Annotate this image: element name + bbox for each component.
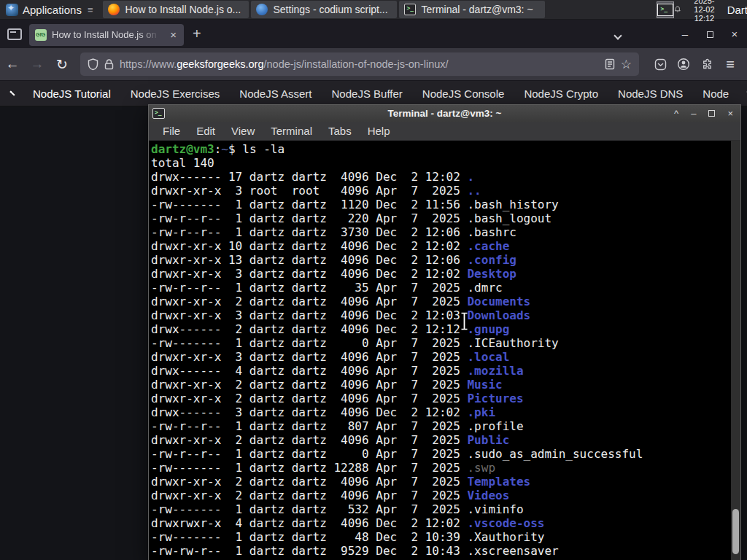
terminal-window-controls: ^ – × xyxy=(674,108,740,119)
line-filename: Pictures xyxy=(467,392,523,405)
gfg-navbar: NodeJS TutorialNodeJS ExercisesNodeJS As… xyxy=(0,81,747,106)
terminal-line: total 140 xyxy=(151,156,730,170)
terminal-scrollbar[interactable] xyxy=(731,141,740,560)
terminal-output: dartz@vm3:~$ ls -latotal 140drwx------ 1… xyxy=(149,141,740,558)
menu-item[interactable]: Help xyxy=(360,125,398,137)
terminal-shade-button[interactable]: ^ xyxy=(674,108,678,119)
line-permissions: -rw-r--r-- 1 dartz dartz 0 Apr 7 2025 xyxy=(151,447,467,461)
line-filename: .bash_history xyxy=(467,198,558,211)
terminal-line: -rw-rw-r-- 1 dartz dartz 9529 Dec 2 10:4… xyxy=(151,544,730,558)
codium-icon xyxy=(256,4,268,15)
lock-icon[interactable] xyxy=(104,58,114,70)
line-permissions: drwxr-xr-x 2 dartz dartz 4096 Apr 7 2025 xyxy=(151,295,467,308)
line-filename: .profile xyxy=(467,419,523,433)
nav-item[interactable]: NodeJS Console xyxy=(422,88,505,100)
terminal-body[interactable]: dartz@vm3:~$ ls -latotal 140drwx------ 1… xyxy=(149,141,740,560)
distro-logo-icon xyxy=(6,4,18,16)
tracking-shield-icon[interactable] xyxy=(88,58,98,71)
line-permissions: drwx------ 2 dartz dartz 4096 Dec 2 12:1… xyxy=(151,322,467,336)
nav-item[interactable]: NodeJS Assert xyxy=(239,88,311,100)
tabbar-right-controls: – × xyxy=(605,27,747,41)
account-icon[interactable] xyxy=(673,58,694,71)
nav-item[interactable]: NodeJS Crypto xyxy=(524,88,598,100)
firefox-view-icon[interactable] xyxy=(7,28,22,40)
line-filename: .viminfo xyxy=(467,502,523,516)
browser-toolbar: ← → ↻ https://www.geeksforgeeks.org/node… xyxy=(0,48,747,81)
line-permissions: -rw------- 1 dartz dartz 532 Apr 7 2025 xyxy=(151,502,467,516)
nav-item[interactable]: NodeJS Exercises xyxy=(131,88,220,100)
line-filename: .pki xyxy=(467,405,495,419)
notification-bell-icon[interactable] xyxy=(674,4,681,15)
user-menu[interactable]: Dartz xyxy=(727,4,747,16)
bookmark-star-icon[interactable]: ☆ xyxy=(621,57,632,72)
terminal-close-button[interactable]: × xyxy=(727,108,733,119)
firefox-icon xyxy=(108,4,120,15)
workspace-terminal-icon xyxy=(657,4,673,16)
line-filename: .config xyxy=(467,253,516,267)
terminal-titlebar[interactable]: Terminal - dartz@vm3: ~ ^ – × xyxy=(149,105,740,122)
nav-item[interactable]: NodeJS Tutorial xyxy=(33,88,111,100)
terminal-line: -rw-r--r-- 1 dartz dartz 220 Apr 7 2025 … xyxy=(151,211,730,225)
menu-item[interactable]: Edit xyxy=(188,125,223,137)
taskbar-window-button[interactable]: Settings - codium script... xyxy=(251,1,397,18)
menu-item[interactable]: Tabs xyxy=(320,125,360,137)
clock-date: 2025-12-02 xyxy=(692,0,716,14)
terminal-scrollbar-thumb[interactable] xyxy=(732,509,739,554)
menu-item[interactable]: View xyxy=(223,125,263,137)
terminal-line: -rw------- 1 dartz dartz 532 Apr 7 2025 … xyxy=(151,502,730,516)
back-button[interactable]: ← xyxy=(0,56,25,72)
new-tab-button[interactable]: + xyxy=(193,26,201,42)
taskbar-window-label: Terminal - dartz@vm3: ~ xyxy=(421,4,533,15)
url-text[interactable]: https://www.geeksforgeeks.org/node-js/in… xyxy=(120,58,599,70)
menu-item[interactable]: Terminal xyxy=(263,125,320,137)
nav-item[interactable]: NodeJS DNS xyxy=(618,88,683,100)
tab-title: How to Install Node.js on xyxy=(52,29,163,40)
top-panel: Applications ≡ How to Install Node.js o.… xyxy=(0,0,747,20)
line-permissions: drwxr-xr-x 13 dartz dartz 4096 Dec 2 12:… xyxy=(151,253,467,267)
taskbar-window-button[interactable]: Terminal - dartz@vm3: ~ xyxy=(399,1,545,18)
line-filename: Downloads xyxy=(467,308,530,322)
workspace-switcher[interactable] xyxy=(657,1,674,18)
nav-scroll-left-icon[interactable] xyxy=(9,90,15,96)
terminal-prompt-line: dartz@vm3:~$ ls -la xyxy=(151,142,730,156)
terminal-line: drwxrwxr-x 4 dartz dartz 4096 Dec 2 12:0… xyxy=(151,516,730,530)
active-tab[interactable]: How to Install Node.js on × xyxy=(29,24,184,46)
terminal-line: drwx------ 17 dartz dartz 4096 Dec 2 12:… xyxy=(151,170,730,184)
nav-item[interactable]: Node xyxy=(703,88,729,100)
taskbar-window-button[interactable]: How to Install Node.js o... xyxy=(103,1,249,18)
line-permissions: drwxr-xr-x 2 dartz dartz 4096 Apr 7 2025 xyxy=(151,475,467,489)
list-all-tabs-button[interactable] xyxy=(605,27,630,41)
line-permissions: -rw------- 1 dartz dartz 48 Dec 2 10:39 xyxy=(151,530,467,544)
line-filename: .bashrc xyxy=(467,225,516,239)
window-close-button[interactable]: × xyxy=(722,28,747,40)
applications-menu-button[interactable]: Applications ≡ xyxy=(0,0,98,19)
line-permissions: -rw------- 1 dartz dartz 1120 Dec 2 11:5… xyxy=(151,198,467,211)
line-permissions: drwx------ 4 dartz dartz 4096 Apr 7 2025 xyxy=(151,364,467,378)
terminal-line: drwxr-xr-x 10 dartz dartz 4096 Dec 2 12:… xyxy=(151,239,730,253)
line-filename: .vscode-oss xyxy=(467,516,544,530)
window-maximize-button[interactable] xyxy=(697,28,722,40)
menu-item[interactable]: File xyxy=(155,125,188,137)
line-permissions: drwxr-xr-x 10 dartz dartz 4096 Dec 2 12:… xyxy=(151,239,467,253)
app-menu-icon[interactable]: ≡ xyxy=(719,56,741,73)
reload-button[interactable]: ↻ xyxy=(50,56,74,73)
applications-label: Applications xyxy=(23,4,82,16)
terminal-line: -rw-r--r-- 1 dartz dartz 0 Apr 7 2025 .s… xyxy=(151,447,730,461)
reader-mode-icon[interactable] xyxy=(605,58,615,70)
line-filename: .ICEauthority xyxy=(467,336,558,350)
terminal-line: -rw------- 1 dartz dartz 12288 Apr 7 202… xyxy=(151,461,730,475)
extensions-icon[interactable] xyxy=(696,58,718,71)
pocket-icon[interactable] xyxy=(649,58,671,71)
line-permissions: -rw------- 1 dartz dartz 0 Apr 7 2025 xyxy=(151,336,467,350)
line-filename: Desktop xyxy=(467,267,516,281)
tab-close-button[interactable]: × xyxy=(169,29,178,40)
url-bar[interactable]: https://www.geeksforgeeks.org/node-js/in… xyxy=(80,52,639,76)
line-filename: Music xyxy=(467,378,502,392)
panel-clock: 2025-12-02 12:12 xyxy=(692,0,716,23)
terminal-maximize-button[interactable] xyxy=(708,110,715,117)
terminal-minimize-button[interactable]: – xyxy=(691,108,696,119)
window-minimize-button[interactable]: – xyxy=(673,28,697,40)
line-permissions: drwxr-xr-x 3 dartz dartz 4096 Dec 2 12:0… xyxy=(151,308,467,322)
nav-item[interactable]: NodeJS Buffer xyxy=(332,88,403,100)
terminal-line: -rw-r--r-- 1 dartz dartz 35 Apr 7 2025 .… xyxy=(151,281,730,295)
